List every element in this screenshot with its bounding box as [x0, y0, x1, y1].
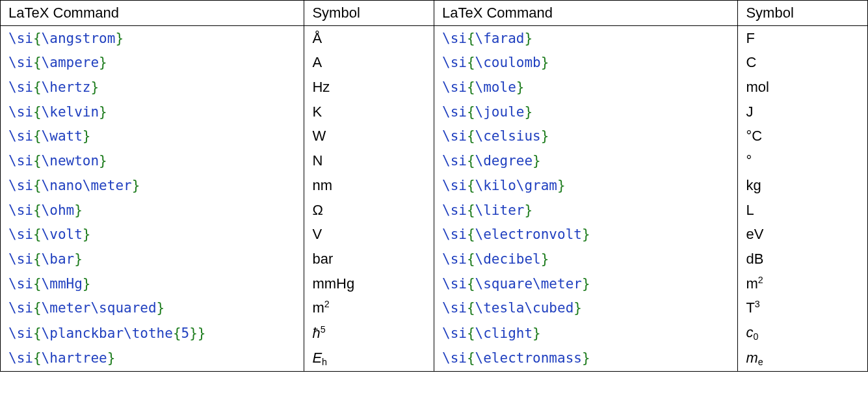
- symbol-cell: A: [304, 50, 434, 75]
- header-symbol-right: Symbol: [738, 1, 868, 26]
- table-row: \si{\volt}V\si{\electronvolt}eV: [1, 222, 868, 247]
- symbol-cell: c0: [738, 320, 868, 346]
- symbol-cell: mol: [738, 75, 868, 100]
- table-row: \si{\planckbar\tothe{5}}ħ5\si{\clight}c0: [1, 320, 868, 346]
- symbol-cell: °C: [738, 124, 868, 148]
- table-row: \si{\nano\meter}nm\si{\kilo\gram}kg: [1, 173, 868, 198]
- symbol-cell: T3: [738, 296, 868, 320]
- symbol-cell: C: [738, 50, 868, 75]
- latex-command-cell: \si{\newton}: [1, 148, 304, 173]
- symbol-cell: Eh: [304, 346, 434, 371]
- symbol-cell: eV: [738, 222, 868, 247]
- table-row: \si{\hertz}Hz\si{\mole}mol: [1, 75, 868, 100]
- latex-command-cell: \si{\ohm}: [1, 198, 304, 223]
- symbol-cell: Å: [304, 25, 434, 50]
- latex-command-cell: \si{\mole}: [434, 75, 737, 100]
- latex-command-cell: \si{\ampere}: [1, 50, 304, 75]
- latex-command-cell: \si{\degree}: [434, 148, 737, 173]
- table-row: \si{\watt}W\si{\celsius}°C: [1, 124, 868, 148]
- symbol-cell: mmHg: [304, 271, 434, 296]
- latex-command-cell: \si{\kelvin}: [1, 100, 304, 124]
- symbol-cell: N: [304, 148, 434, 173]
- header-row: LaTeX Command Symbol LaTeX Command Symbo…: [1, 1, 868, 26]
- latex-command-cell: \si{\angstrom}: [1, 25, 304, 50]
- latex-command-cell: \si{\bar}: [1, 247, 304, 271]
- symbol-cell: dB: [738, 247, 868, 271]
- latex-command-cell: \si{\liter}: [434, 198, 737, 223]
- table-row: \si{\ohm}Ω\si{\liter}L: [1, 198, 868, 223]
- table-row: \si{\kelvin}K\si{\joule}J: [1, 100, 868, 124]
- latex-command-cell: \si{\hartree}: [1, 346, 304, 371]
- symbol-cell: bar: [304, 247, 434, 271]
- symbol-cell: kg: [738, 173, 868, 198]
- symbol-cell: Hz: [304, 75, 434, 100]
- symbol-cell: V: [304, 222, 434, 247]
- symbol-cell: ħ5: [304, 320, 434, 346]
- latex-command-cell: \si{\hertz}: [1, 75, 304, 100]
- symbol-cell: K: [304, 100, 434, 124]
- table-row: \si{\meter\squared}m2\si{\tesla\cubed}T3: [1, 296, 868, 320]
- latex-command-cell: \si{\mmHg}: [1, 271, 304, 296]
- latex-command-cell: \si{\coulomb}: [434, 50, 737, 75]
- table-row: \si{\bar}bar\si{\decibel}dB: [1, 247, 868, 271]
- symbol-cell: Ω: [304, 198, 434, 223]
- table-row: \si{\angstrom}Å\si{\farad}F: [1, 25, 868, 50]
- latex-command-cell: \si{\farad}: [434, 25, 737, 50]
- latex-command-cell: \si{\nano\meter}: [1, 173, 304, 198]
- latex-command-cell: \si{\celsius}: [434, 124, 737, 148]
- table-row: \si{\hartree}Eh\si{\electronmass}me: [1, 346, 868, 371]
- symbol-cell: F: [738, 25, 868, 50]
- symbol-cell: m2: [738, 271, 868, 296]
- latex-command-cell: \si{\clight}: [434, 320, 737, 346]
- symbol-cell: W: [304, 124, 434, 148]
- siunitx-table: LaTeX Command Symbol LaTeX Command Symbo…: [0, 0, 868, 372]
- latex-command-cell: \si{\meter\squared}: [1, 296, 304, 320]
- latex-command-cell: \si{\tesla\cubed}: [434, 296, 737, 320]
- header-latex-command-left: LaTeX Command: [1, 1, 304, 26]
- latex-command-cell: \si{\planckbar\tothe{5}}: [1, 320, 304, 346]
- latex-command-cell: \si{\electronmass}: [434, 346, 737, 371]
- latex-command-cell: \si{\square\meter}: [434, 271, 737, 296]
- header-latex-command-right: LaTeX Command: [434, 1, 737, 26]
- symbol-cell: L: [738, 198, 868, 223]
- table-row: \si{\newton}N\si{\degree}°: [1, 148, 868, 173]
- symbol-cell: m2: [304, 296, 434, 320]
- latex-command-cell: \si{\watt}: [1, 124, 304, 148]
- latex-command-cell: \si{\electronvolt}: [434, 222, 737, 247]
- symbol-cell: J: [738, 100, 868, 124]
- table-row: \si{\mmHg}mmHg\si{\square\meter}m2: [1, 271, 868, 296]
- header-symbol-left: Symbol: [304, 1, 434, 26]
- symbol-cell: me: [738, 346, 868, 371]
- latex-command-cell: \si{\joule}: [434, 100, 737, 124]
- symbol-cell: °: [738, 148, 868, 173]
- latex-command-cell: \si{\volt}: [1, 222, 304, 247]
- symbol-cell: nm: [304, 173, 434, 198]
- latex-command-cell: \si{\decibel}: [434, 247, 737, 271]
- table-row: \si{\ampere}A\si{\coulomb}C: [1, 50, 868, 75]
- latex-command-cell: \si{\kilo\gram}: [434, 173, 737, 198]
